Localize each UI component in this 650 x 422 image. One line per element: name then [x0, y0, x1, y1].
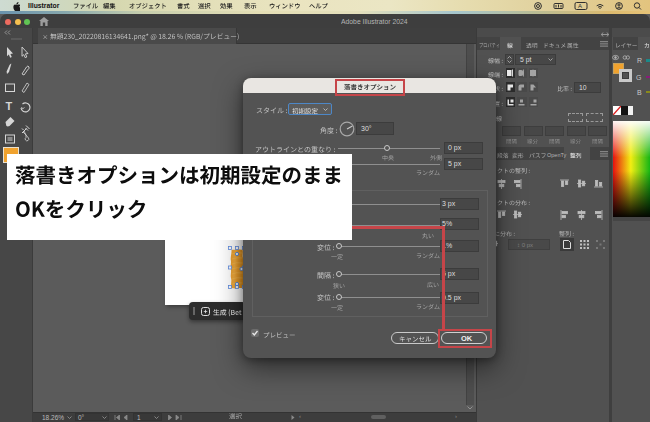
svg-text:T: T [6, 100, 13, 112]
svg-text:A: A [578, 3, 582, 9]
